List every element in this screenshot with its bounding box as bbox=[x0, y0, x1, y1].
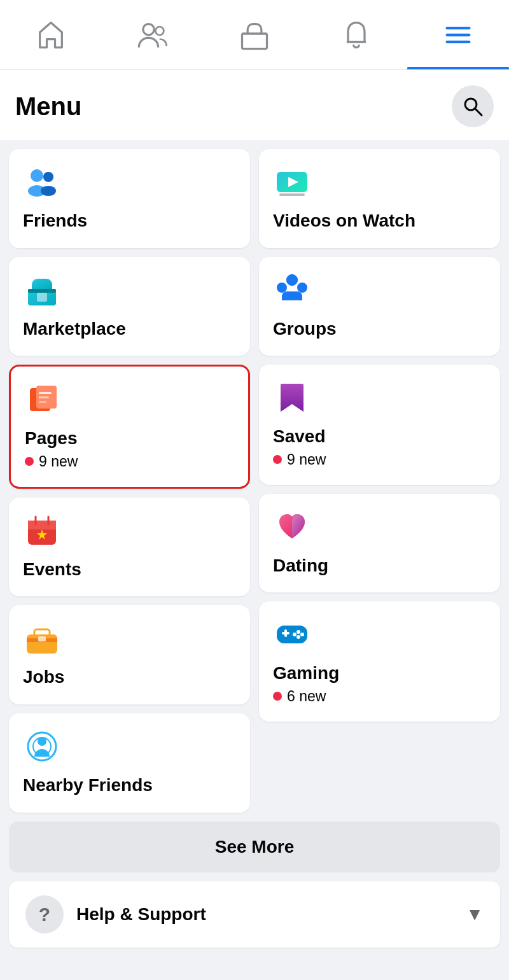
card-marketplace[interactable]: Marketplace bbox=[9, 257, 250, 356]
card-events[interactable]: Events bbox=[9, 498, 250, 597]
card-gaming-label: Gaming bbox=[273, 662, 486, 684]
card-groups[interactable]: Groups bbox=[259, 257, 500, 356]
menu-title: Menu bbox=[15, 92, 81, 121]
card-videos-on-watch[interactable]: Videos on Watch bbox=[259, 149, 500, 248]
svg-rect-24 bbox=[28, 521, 56, 529]
menu-grid: Friends Marketplace bbox=[0, 140, 509, 813]
nav-notifications[interactable] bbox=[305, 0, 407, 69]
nav-friends[interactable] bbox=[102, 0, 204, 69]
svg-point-39 bbox=[277, 283, 287, 293]
svg-rect-19 bbox=[39, 401, 46, 403]
help-left: ? Help & Support bbox=[25, 895, 206, 934]
gaming-badge-text: 6 new bbox=[287, 688, 326, 705]
svg-point-10 bbox=[43, 172, 53, 182]
gaming-badge: 6 new bbox=[273, 688, 486, 705]
card-saved[interactable]: Saved 9 new bbox=[259, 365, 500, 485]
pages-badge-dot bbox=[25, 457, 34, 466]
card-groups-label: Groups bbox=[273, 318, 486, 340]
svg-point-47 bbox=[300, 633, 304, 636]
see-more-button[interactable]: See More bbox=[9, 822, 500, 872]
card-friends[interactable]: Friends bbox=[9, 149, 250, 248]
chevron-down-icon: ▼ bbox=[466, 904, 484, 925]
nav-marketplace[interactable] bbox=[204, 0, 305, 69]
svg-rect-45 bbox=[284, 629, 287, 637]
see-more-label: See More bbox=[215, 837, 295, 857]
saved-badge-dot bbox=[273, 455, 282, 464]
svg-point-41 bbox=[286, 274, 298, 286]
card-pages-label: Pages bbox=[25, 428, 234, 449]
svg-point-0 bbox=[143, 24, 154, 34]
nav-menu[interactable] bbox=[407, 0, 509, 69]
card-dating[interactable]: Dating bbox=[259, 494, 500, 593]
card-marketplace-label: Marketplace bbox=[23, 318, 236, 340]
card-videos-label: Videos on Watch bbox=[273, 210, 486, 232]
help-label: Help & Support bbox=[76, 904, 206, 925]
card-dating-label: Dating bbox=[273, 555, 486, 577]
svg-point-1 bbox=[155, 27, 164, 35]
card-events-label: Events bbox=[23, 559, 236, 580]
svg-point-48 bbox=[293, 633, 296, 636]
svg-point-40 bbox=[297, 283, 307, 293]
pages-badge: 9 new bbox=[25, 453, 234, 470]
svg-point-34 bbox=[38, 737, 46, 746]
svg-rect-18 bbox=[39, 396, 49, 398]
card-jobs[interactable]: Jobs bbox=[9, 605, 250, 704]
card-nearby-friends-label: Nearby Friends bbox=[23, 774, 236, 796]
svg-rect-37 bbox=[279, 193, 305, 196]
card-nearby-friends[interactable]: Nearby Friends bbox=[9, 713, 250, 813]
svg-line-7 bbox=[475, 109, 482, 115]
svg-rect-2 bbox=[242, 33, 267, 48]
svg-point-8 bbox=[31, 169, 43, 182]
help-support-bar[interactable]: ? Help & Support ▼ bbox=[9, 881, 500, 948]
gaming-badge-dot bbox=[273, 692, 282, 701]
svg-rect-14 bbox=[28, 289, 56, 293]
help-icon: ? bbox=[25, 895, 64, 934]
svg-point-11 bbox=[41, 186, 56, 196]
pages-badge-text: 9 new bbox=[39, 453, 78, 470]
card-saved-label: Saved bbox=[273, 426, 486, 447]
svg-rect-17 bbox=[39, 392, 52, 394]
saved-badge: 9 new bbox=[273, 451, 486, 468]
menu-header: Menu bbox=[0, 70, 509, 140]
saved-badge-text: 9 new bbox=[287, 451, 326, 468]
card-pages[interactable]: Pages 9 new bbox=[9, 365, 250, 489]
svg-rect-13 bbox=[37, 293, 47, 302]
card-gaming[interactable]: Gaming 6 new bbox=[259, 601, 500, 722]
svg-point-46 bbox=[296, 630, 300, 634]
top-nav bbox=[0, 0, 509, 70]
svg-rect-31 bbox=[38, 636, 46, 641]
svg-point-49 bbox=[296, 635, 300, 639]
search-button[interactable] bbox=[452, 85, 494, 127]
card-friends-label: Friends bbox=[23, 210, 236, 232]
card-jobs-label: Jobs bbox=[23, 666, 236, 688]
nav-home[interactable] bbox=[0, 0, 102, 69]
